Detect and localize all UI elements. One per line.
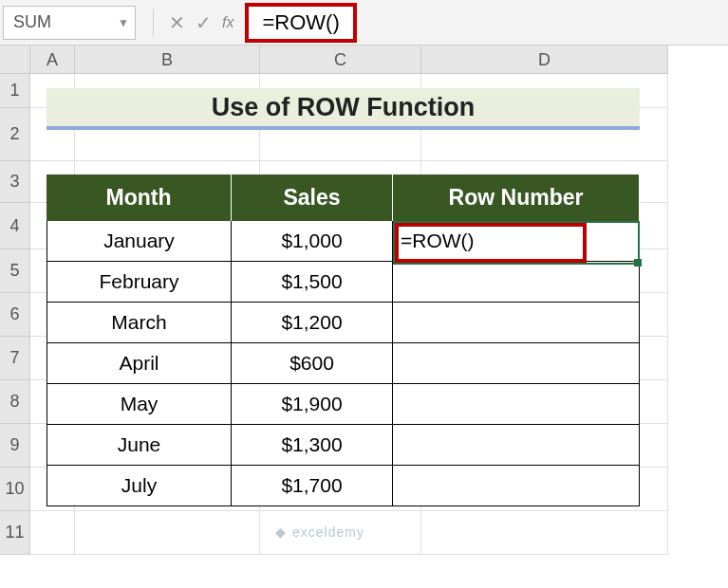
formula-input[interactable]: =ROW() [245,3,356,43]
row-header-1[interactable]: 1 [0,74,30,108]
row-header-8[interactable]: 8 [0,380,30,424]
watermark: ◆ exceldemy [275,524,364,540]
cell-sales[interactable]: $1,500 [232,262,393,303]
cell-month[interactable]: January [47,221,232,262]
row-header-9[interactable]: 9 [0,424,30,468]
column-header-a[interactable]: A [30,46,75,74]
header-rownum[interactable]: Row Number [393,175,640,221]
cell-sales[interactable]: $1,000 [232,221,393,262]
cell-month[interactable]: March [47,303,232,343]
cell-month[interactable]: July [47,466,232,506]
formula-input-area[interactable]: =ROW() [239,4,728,42]
fx-icon[interactable]: fx [222,14,233,31]
header-sales[interactable]: Sales [232,175,393,221]
table-row: May$1,900 [47,384,640,425]
cell-rownum[interactable] [393,425,640,466]
column-headers: ABCD [30,46,668,74]
header-month[interactable]: Month [47,175,232,221]
cell-rownum[interactable]: =ROW() [393,221,640,262]
data-table: Month Sales Row Number January$1,000=ROW… [47,175,640,506]
enter-icon[interactable]: ✓ [190,11,216,34]
table-row: February$1,500 [47,262,640,303]
cell-rownum[interactable] [393,343,640,384]
cell-sales[interactable]: $1,200 [232,303,393,343]
row-header-4[interactable]: 4 [0,203,30,249]
cell-month[interactable]: June [47,425,232,466]
row-headers: 1234567891011 [0,74,30,555]
cancel-icon[interactable]: ✕ [163,11,190,34]
row-header-2[interactable]: 2 [0,108,30,161]
row-header-6[interactable]: 6 [0,293,30,337]
cell-month[interactable]: May [47,384,232,425]
select-all-corner[interactable] [0,46,30,74]
cell-month[interactable]: April [47,343,232,384]
formula-bar: SUM ▼ ✕ ✓ fx =ROW() [0,0,728,46]
cell[interactable] [421,511,668,555]
table-row: June$1,300 [47,425,640,466]
watermark-text: exceldemy [292,524,364,540]
cell[interactable] [30,511,75,555]
row-header-11[interactable]: 11 [0,511,30,555]
cell-sales[interactable]: $1,700 [232,466,393,506]
name-box[interactable]: SUM ▼ [3,6,136,40]
divider [153,9,154,37]
cell-rownum[interactable] [393,384,640,425]
cell[interactable] [75,511,260,555]
cell-sales[interactable]: $1,900 [232,384,393,425]
cell-month[interactable]: February [47,262,232,303]
chevron-down-icon[interactable]: ▼ [118,16,129,29]
row-header-7[interactable]: 7 [0,337,30,380]
cell-sales[interactable]: $1,300 [232,425,393,466]
table-header: Month Sales Row Number [47,175,640,221]
column-header-b[interactable]: B [75,46,260,74]
cell-rownum[interactable] [393,303,640,343]
row-header-5[interactable]: 5 [0,249,30,293]
cell-rownum[interactable] [393,262,640,303]
table-row: January$1,000=ROW() [47,221,640,262]
page-title[interactable]: Use of ROW Function [47,88,640,130]
name-box-value: SUM [13,12,51,32]
table-row: April$600 [47,343,640,384]
column-header-d[interactable]: D [421,46,668,74]
table-row: July$1,700 [47,466,640,506]
cell-rownum[interactable] [393,466,640,506]
row-header-3[interactable]: 3 [0,161,30,203]
row-header-10[interactable]: 10 [0,468,30,511]
cell-sales[interactable]: $600 [232,343,393,384]
column-header-c[interactable]: C [260,46,421,74]
table-row: March$1,200 [47,303,640,343]
watermark-icon: ◆ [275,524,287,540]
